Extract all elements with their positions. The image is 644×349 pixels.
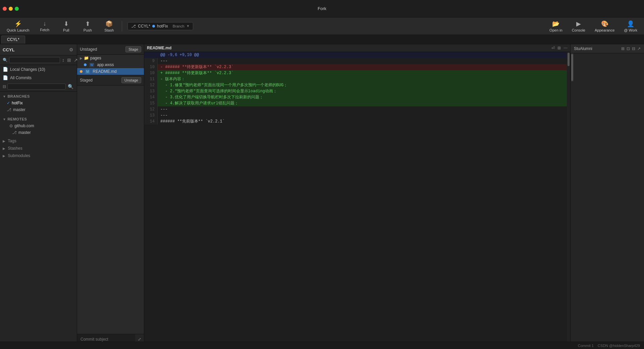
fetch-icon: ↓ [43,20,46,27]
github-label: github.com [14,123,34,128]
all-commits-label: All Commits [10,76,32,80]
file-readme[interactable]: M README.md [77,68,144,75]
console-icon: ▶ [576,20,581,28]
submodules-chevron-icon: ▶ [3,154,5,158]
right-panel-icons: ⊞ ⊡ ⊟ ↗ [621,46,641,51]
maximize-button[interactable] [15,7,19,11]
branch-master-label: master [13,107,25,112]
line-content: - 3.优化了用户端切换导航栏时多次下拉刷新的问题； [158,94,567,100]
sidebar-item-local-changes[interactable]: 📄 Local Changes (10) [0,65,77,73]
tags-item[interactable]: ▶ Tags [0,137,77,145]
right-panel-icon3[interactable]: ⊟ [632,46,635,51]
branch-icon2: ⎇ [7,107,11,112]
sidebar-search-input[interactable] [9,57,60,63]
word-wrap-icon[interactable]: ⏎ [551,46,555,50]
unstage-button[interactable]: Unstage [121,77,141,83]
sort-icon[interactable]: ↕ [61,57,65,63]
folder-pages-label: pages [90,56,101,60]
traffic-lights [0,7,19,11]
sidebar-item-all-commits[interactable]: 📄 All Commits [0,73,77,82]
filter-icon2: ⊟ [3,84,6,89]
remotes-section: ▼ Remotes ⊙ github.com ⎇ master [0,114,77,137]
branch-item-hotfix[interactable]: ✓ hotFix [0,100,77,106]
diff-viewport: @@ -9,6 +9,10 @@ 9 --- 10 - ###### **待更新… [144,52,570,349]
remotes-section-header[interactable]: ▼ Remotes [0,116,77,122]
open-in-button[interactable]: 📂 Open in [545,19,567,34]
line-content: --- [158,112,567,118]
submodules-item[interactable]: ▶ Submodules [0,152,77,159]
right-panel-icon2[interactable]: ⊡ [627,46,630,51]
line-content: - ###### **待更新版本** `v2.2.3` [158,64,567,70]
diff-line-14-ctx: 14 ###### **先前版本** `v2.2.1` [144,118,567,124]
quick-launch-button[interactable]: ⚡ Quick Launch [3,19,33,34]
stage-button[interactable]: Stage [125,46,141,52]
close-button[interactable] [3,7,7,11]
diff-filename: README.md [147,46,171,50]
remote-master-label: master [18,130,31,135]
stashes-item[interactable]: ▶ Stashes [0,145,77,152]
settings-icon[interactable]: ⚙ [68,46,74,53]
diff-line-10-removed: 10 - ###### **待更新版本** `v2.2.3` [144,64,567,70]
work-label: @ Work [624,28,637,32]
branch-item-master[interactable]: ⎇ master [0,106,77,113]
right-panel-icon1[interactable]: ⊞ [621,46,625,51]
diff-scrollbar[interactable] [567,52,570,349]
console-button[interactable]: ▶ Console [568,19,589,34]
check-icon: ✓ [7,101,10,105]
line-num: 14 [144,94,158,100]
active-tab[interactable]: CCYL* [1,36,25,44]
remotes-label: Remotes [7,117,27,121]
branches-label: Branches [7,94,30,98]
line-num: 13 [144,112,158,118]
file-app-wxss[interactable]: W app.wxss [77,61,144,68]
right-scroll-thumb [571,54,573,81]
filter-icon[interactable]: ⊞ [66,57,72,63]
stash-label: Stash [104,28,114,32]
stash-button[interactable]: 📦 Stash [99,19,119,34]
right-panel-icon4[interactable]: ↗ [637,46,641,51]
pull-button[interactable]: ⬇ Pull [56,19,76,34]
more-options-icon[interactable]: ⋯ [564,46,568,50]
folder-pages[interactable]: ▶ 📁 pages [77,55,144,61]
diff-header-icons: ⏎ ⊞ ⋯ [551,46,568,50]
minimize-button[interactable] [9,7,13,11]
file-readme-label: README.md [93,69,116,74]
push-label: Push [84,28,92,32]
push-button[interactable]: ⬆ Push [77,19,98,34]
file-app-wxss-label: app.wxss [97,62,114,67]
sidebar-header-icons: ⚙ [68,46,74,53]
chevron-down-icon: ▼ [186,24,190,28]
expand-commit-icon[interactable]: ⤢ [135,337,144,342]
open-in-icon: 📂 [552,20,559,28]
remote-github-item[interactable]: ⊙ github.com [0,122,77,129]
right-toolbar: 📂 Open in ▶ Console 🎨 Appearance 👤 @ Wor… [545,19,641,34]
diff-content[interactable]: @@ -9,6 +9,10 @@ 9 --- 10 - ###### **待更新… [144,52,567,349]
line-num: 9 [144,58,158,64]
quick-launch-label: Quick Launch [7,28,29,32]
right-panel: StuAlumni ⊞ ⊡ ⊟ ↗ [570,44,644,349]
filter-search-icon[interactable]: 🔍 [67,83,74,90]
fetch-button[interactable]: ↓ Fetch [35,19,55,33]
filter-input[interactable] [7,84,66,90]
line-num: 13 [144,88,158,94]
split-view-icon[interactable]: ⊞ [557,46,561,50]
diff-line-11: 11 - 版本内容： [144,76,567,82]
status-bar: Commit 1 CSDN @hiddenSharp429 [0,342,644,349]
sidebar-search-bar: 🔍 ↕ ⊞ ↗ [0,55,77,65]
appearance-button[interactable]: 🎨 Appearance [591,19,619,34]
remote-master-item[interactable]: ⎇ master [0,129,77,136]
all-commits-icon: 📄 [3,75,8,80]
work-button[interactable]: 👤 @ Work [620,19,641,34]
line-num: 12 [144,106,158,112]
line-num: 14 [144,118,158,124]
line-content: - 1.修复"预约老师"页面出现同一个用户多次预约一个老师的BUG； [158,82,567,88]
branch-label: Branch [173,24,184,28]
diff-line-14: 14 - 3.优化了用户端切换导航栏时多次下拉刷新的问题； [144,94,567,100]
line-num: 15 [144,100,158,106]
branch-selector[interactable]: ⎇ CCYL* hotFix Branch ▼ [127,22,193,30]
toolbar: ⚡ Quick Launch ↓ Fetch ⬇ Pull ⬆ Push 📦 S… [0,17,644,35]
branches-section-header[interactable]: ▼ Branches [0,93,77,100]
stashes-chevron-icon: ▶ [3,147,5,150]
right-scrollbar[interactable] [571,53,573,82]
line-content: --- [158,58,567,64]
